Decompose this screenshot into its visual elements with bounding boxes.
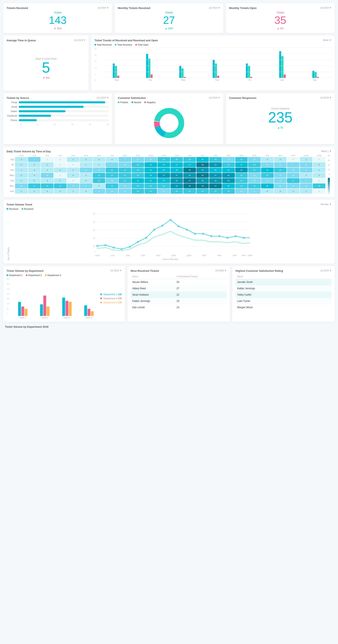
table-row: Jennifer Smith <box>235 279 331 286</box>
resolved-count: 22 <box>175 292 227 298</box>
heatmap-cell: 20 <box>132 184 144 188</box>
period-source[interactable]: Jun 2019 ▼ <box>97 96 109 99</box>
hsat-name: Tobby Carillo <box>235 292 331 298</box>
hsat-body: Jennifer SmithKaitlyn JenningsTobby Cari… <box>235 279 331 310</box>
svg-point-20 <box>137 241 139 242</box>
svg-text:6PM: 6PM <box>233 254 237 256</box>
value-queue: 5 <box>7 60 86 75</box>
trends-chart-inner <box>100 48 331 78</box>
row-queue-trends: Average Time in Queue Jul 2019 ▼ Days to… <box>3 36 335 91</box>
heatmap-col-label: 2PM <box>196 154 209 157</box>
svg-point-27 <box>194 233 196 234</box>
heatmap-cell: 45 <box>222 178 235 183</box>
legend-received-label: Total Received <box>97 44 112 46</box>
period-vtrend[interactable]: Monday ▼ <box>321 203 331 206</box>
heatmap-cell: 22 <box>54 184 67 188</box>
svg-point-24 <box>170 219 171 220</box>
card-header-received: Tickets Received Jul 2019 ▼ <box>7 6 109 10</box>
heatmap-scroll[interactable]: 12AM1AM2AM3AM4AM5AM6AM7AM8AM9AM10AM11AM1… <box>7 154 325 194</box>
row-volume-trend: Ticket Volume Trend Monday ▼ Received Re… <box>3 200 335 264</box>
svg-text:40: 40 <box>93 221 95 223</box>
title-hsat: Highest Customer Satisfaction Rating <box>235 269 283 272</box>
heatmap-cell: 10 <box>80 168 92 172</box>
svg-text:12AM: 12AM <box>95 254 100 256</box>
heatmap-cell: 25 <box>313 184 325 188</box>
heatmap-cell: 27 <box>235 162 248 167</box>
svg-text:2PM: 2PM <box>202 254 206 256</box>
svg-point-32 <box>235 236 236 237</box>
title-mresolved: Monthly Tickets Resolved <box>118 6 150 10</box>
hsat-table: Name Jennifer SmithKaitlyn JenningsTobby… <box>235 274 331 310</box>
heatmap-col-label: 10PM <box>300 154 312 157</box>
vtrend-ylabel: Avg. of Tickets <box>7 212 10 260</box>
svg-point-21 <box>146 237 147 238</box>
heatmap-cell: 10 <box>287 168 299 172</box>
card-header-hsat: Highest Customer Satisfaction Rating Jul… <box>235 269 331 272</box>
dept-chart-area: 350300250200150100500 Week 1 <box>7 278 122 319</box>
card-customer-responses: Customer Responses Jul 2019 ▼ Across Hel… <box>226 93 335 144</box>
heatmap-cell: 32 <box>144 178 157 183</box>
heatmap-row-label: Wed <box>7 173 15 178</box>
bar-group-wed <box>167 48 198 78</box>
period-responses[interactable]: Jul 2019 ▼ <box>320 96 331 99</box>
svg-text:2AM: 2AM <box>111 254 115 256</box>
vtrend-svg: 50 40 30 20 10 0 <box>10 212 331 256</box>
period-mresolved[interactable]: Jul 2019 ▼ <box>209 6 220 9</box>
period-trends[interactable]: Week ▼ <box>323 39 331 41</box>
heatmap-cell: 17 <box>287 178 299 183</box>
svg-point-30 <box>219 236 220 237</box>
period-most-resolved[interactable]: Jul 2019 ▼ <box>215 269 227 272</box>
heatmap-cell: 45 <box>196 178 209 183</box>
heatmap-cell: 25 <box>132 168 144 172</box>
source-label: Twitter <box>7 110 19 112</box>
heatmap-cell: 11 <box>274 162 287 167</box>
legend-negative-label: Negative <box>147 101 155 104</box>
period-dept[interactable]: Jul 2019 ▼ <box>110 269 122 272</box>
heatmap-cell: 15 <box>248 178 261 183</box>
source-row: Facebook <box>7 114 109 117</box>
heatmap-col-label: 4PM <box>222 154 235 157</box>
heatmap-cell: 0 <box>54 173 67 178</box>
heatmap-cell: 20 <box>261 173 274 178</box>
svg-point-22 <box>154 229 155 230</box>
heatmap-cell: 0 <box>54 157 67 162</box>
legend-sat: Positive Neutral Negative <box>118 101 220 104</box>
period-mopen[interactable]: Jul 2019 ▼ <box>320 6 331 9</box>
heatmap-cell: 4 <box>67 173 80 178</box>
heatmap-cell: 25 <box>158 157 170 162</box>
period-queue[interactable]: Jul 2019 ▼ <box>74 39 86 41</box>
period-sat[interactable]: Jul 2019 ▼ <box>209 96 220 99</box>
title-received: Tickets Received <box>7 6 28 10</box>
legend-positive: Positive <box>118 101 128 104</box>
heatmap-cell: 12 <box>158 189 170 194</box>
heatmap-cell: 23 <box>235 178 248 183</box>
heatmap-cell: 30 <box>196 157 209 162</box>
heatmap-cell: 10 <box>132 157 144 162</box>
svg-text:0: 0 <box>94 250 95 253</box>
heatmap-cell: 22 <box>119 178 131 183</box>
trends-chart-area: 2520151050 <box>94 48 331 81</box>
heatmap-cell: 0 <box>313 189 325 194</box>
period-heatmap[interactable]: Week 1 ▼ <box>321 150 331 152</box>
source-row: Twitter <box>7 110 109 112</box>
card-tickets-source: Tickets by Source Jun 2019 ▼ Portal Emai… <box>3 93 112 144</box>
svg-text:8PM: 8PM <box>242 254 246 256</box>
heatmap-cell: 10 <box>106 189 118 194</box>
heatmap-cell: 45 <box>235 168 248 172</box>
period-received[interactable]: Jul 2019 ▼ <box>98 6 109 9</box>
period-hsat[interactable]: Jul 2019 ▼ <box>320 269 331 272</box>
legend-positive-label: Positive <box>120 101 128 104</box>
legend-vtrend-received: Received <box>7 208 18 210</box>
hsat-name: Luke Turner <box>235 298 331 304</box>
source-fill <box>19 119 37 121</box>
source-row: Email <box>7 106 109 108</box>
svg-text:4AM: 4AM <box>126 254 130 256</box>
donut-chart-container <box>118 105 220 141</box>
heatmap-cell: 20 <box>106 168 118 172</box>
card-monthly-open: Monthly Tickets Open Jul 2019 ▼ Tickets … <box>226 3 335 33</box>
heatmap-row-label: Sun <box>7 189 15 194</box>
resolved-name: Kaitlyn Jennings <box>131 298 175 304</box>
heatmap-col-label: 2AM <box>41 154 54 157</box>
heatmap-cell: 28 <box>144 173 157 178</box>
card-header-queue: Average Time in Queue Jul 2019 ▼ <box>7 39 86 42</box>
